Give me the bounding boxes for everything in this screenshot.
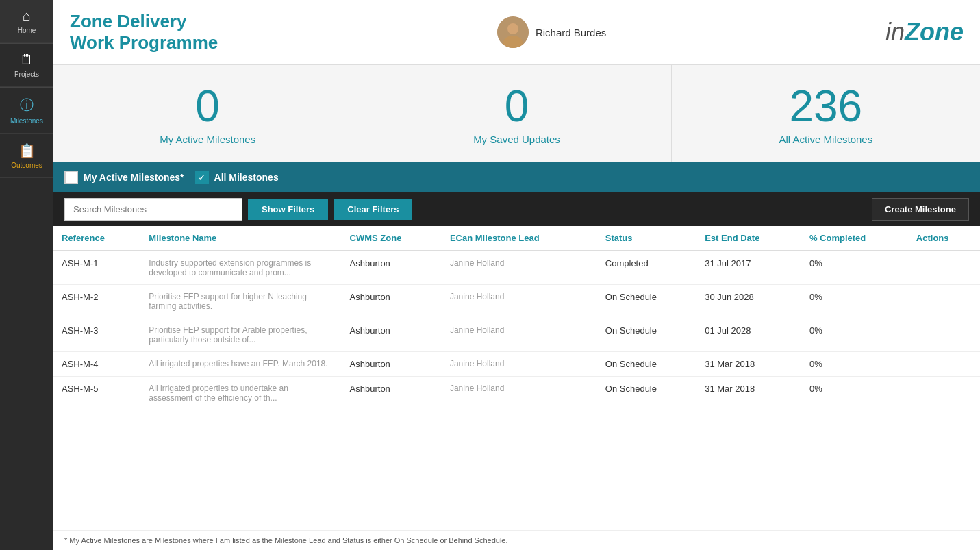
- cell-pct: 0%: [801, 251, 908, 285]
- col-pct: % Completed: [801, 226, 908, 251]
- projects-icon: 🗒: [20, 52, 34, 68]
- milestones-table: Reference Milestone Name CWMS Zone ECan …: [53, 226, 980, 410]
- clear-filters-button[interactable]: Clear Filters: [334, 199, 412, 220]
- footer-note-text: * My Active Milestones are Milestones wh…: [64, 536, 508, 545]
- cell-pct: 0%: [801, 318, 908, 352]
- cell-zone: Ashburton: [342, 285, 442, 318]
- stat-label-saved: My Saved Updates: [473, 134, 560, 145]
- footer-note: * My Active Milestones are Milestones wh…: [53, 530, 980, 550]
- cell-status: On Schedule: [597, 352, 696, 377]
- main-content: Zone Delivery Work Programme Richard Bur…: [53, 0, 980, 550]
- cell-actions: [908, 285, 980, 318]
- col-zone: CWMS Zone: [342, 226, 442, 251]
- table-row[interactable]: ASH-M-4 All irrigated properties have an…: [53, 352, 980, 377]
- user-info: Richard Burdes: [497, 16, 606, 48]
- cell-zone: Ashburton: [342, 352, 442, 377]
- title-line1: Zone Delivery: [70, 11, 187, 32]
- table-wrapper: Reference Milestone Name CWMS Zone ECan …: [53, 226, 980, 530]
- cell-actions: [908, 251, 980, 285]
- stats-row: 0 My Active Milestones 0 My Saved Update…: [53, 65, 980, 162]
- table-toolbar: My Active Milestones* ✓ All Milestones: [53, 162, 980, 192]
- milestones-icon: ⓘ: [20, 96, 34, 114]
- cell-date: 31 Mar 2018: [696, 352, 801, 377]
- sidebar: ⌂ Home 🗒 Projects ⓘ Milestones 📋 Outcome…: [0, 0, 53, 550]
- stat-label-active: My Active Milestones: [160, 134, 255, 145]
- col-reference: Reference: [53, 226, 140, 251]
- cell-name: Prioritise FEP support for higher N leac…: [140, 285, 341, 318]
- cell-status: On Schedule: [597, 285, 696, 318]
- cell-pct: 0%: [801, 352, 908, 377]
- all-milestones-checkbox[interactable]: ✓: [195, 171, 209, 184]
- header: Zone Delivery Work Programme Richard Bur…: [53, 0, 980, 65]
- home-icon: ⌂: [23, 8, 31, 24]
- logo-in: in: [885, 18, 905, 46]
- cell-zone: Ashburton: [342, 318, 442, 352]
- sidebar-item-milestones[interactable]: ⓘ Milestones: [0, 88, 53, 134]
- cell-actions: [908, 352, 980, 377]
- cell-ref: ASH-M-1: [53, 251, 140, 285]
- cell-ref: ASH-M-5: [53, 377, 140, 410]
- cell-date: 31 Jul 2017: [696, 251, 801, 285]
- table-section: My Active Milestones* ✓ All Milestones S…: [53, 162, 980, 550]
- table-row[interactable]: ASH-M-1 Industry supported extension pro…: [53, 251, 980, 285]
- my-active-label: My Active Milestones*: [84, 172, 184, 183]
- cell-lead: Janine Holland: [442, 377, 597, 410]
- sidebar-item-home[interactable]: ⌂ Home: [0, 0, 53, 43]
- cell-actions: [908, 377, 980, 410]
- sidebar-item-label-milestones: Milestones: [10, 117, 43, 125]
- cell-actions: [908, 318, 980, 352]
- cell-ref: ASH-M-3: [53, 318, 140, 352]
- col-date: Est End Date: [696, 226, 801, 251]
- all-milestones-label: All Milestones: [214, 172, 279, 183]
- cell-lead: Janine Holland: [442, 285, 597, 318]
- stat-label-all: All Active Milestones: [779, 134, 872, 145]
- col-lead: ECan Milestone Lead: [442, 226, 597, 251]
- cell-ref: ASH-M-2: [53, 285, 140, 318]
- cell-date: 01 Jul 2028: [696, 318, 801, 352]
- cell-zone: Ashburton: [342, 377, 442, 410]
- table-row[interactable]: ASH-M-3 Prioritise FEP support for Arabl…: [53, 318, 980, 352]
- outcomes-icon: 📋: [18, 142, 36, 159]
- all-milestones-toggle[interactable]: ✓ All Milestones: [195, 171, 279, 184]
- inzone-logo: inZone: [885, 18, 964, 47]
- cell-name: All irrigated properties have an FEP. Ma…: [140, 352, 341, 377]
- sidebar-item-label-home: Home: [18, 27, 36, 34]
- show-filters-button[interactable]: Show Filters: [248, 199, 328, 220]
- my-active-toggle[interactable]: My Active Milestones*: [64, 171, 184, 184]
- cell-ref: ASH-M-4: [53, 352, 140, 377]
- sidebar-item-label-outcomes: Outcomes: [11, 162, 42, 169]
- logo-zone: Zone: [905, 18, 964, 46]
- cell-lead: Janine Holland: [442, 318, 597, 352]
- table-header-row: Reference Milestone Name CWMS Zone ECan …: [53, 226, 980, 251]
- stat-card-all: 236 All Active Milestones: [672, 65, 980, 162]
- stat-card-saved: 0 My Saved Updates: [362, 65, 671, 162]
- sidebar-item-projects[interactable]: 🗒 Projects: [0, 44, 53, 87]
- cell-name: All irrigated properties to undertake an…: [140, 377, 341, 410]
- my-active-checkbox[interactable]: [64, 171, 78, 184]
- stat-number-saved: 0: [505, 84, 529, 128]
- sidebar-item-outcomes[interactable]: 📋 Outcomes: [0, 134, 53, 178]
- cell-status: Completed: [597, 251, 696, 285]
- cell-date: 30 Jun 2028: [696, 285, 801, 318]
- stat-number-active: 0: [195, 84, 220, 128]
- cell-status: On Schedule: [597, 318, 696, 352]
- cell-pct: 0%: [801, 377, 908, 410]
- search-input[interactable]: [64, 198, 242, 221]
- svg-point-1: [507, 23, 518, 34]
- table-row[interactable]: ASH-M-5 All irrigated properties to unde…: [53, 377, 980, 410]
- stat-card-active: 0 My Active Milestones: [53, 65, 362, 162]
- page-title: Zone Delivery Work Programme: [70, 11, 218, 53]
- stat-number-all: 236: [789, 84, 862, 128]
- cell-name: Industry supported extension programmes …: [140, 251, 341, 285]
- cell-lead: Janine Holland: [442, 352, 597, 377]
- table-body: ASH-M-1 Industry supported extension pro…: [53, 251, 980, 410]
- col-actions: Actions: [908, 226, 980, 251]
- cell-name: Prioritise FEP support for Arable proper…: [140, 318, 341, 352]
- table-row[interactable]: ASH-M-2 Prioritise FEP support for highe…: [53, 285, 980, 318]
- cell-zone: Ashburton: [342, 251, 442, 285]
- cell-pct: 0%: [801, 285, 908, 318]
- create-milestone-button[interactable]: Create Milestone: [872, 198, 969, 221]
- user-name: Richard Burdes: [536, 27, 606, 38]
- cell-date: 31 Mar 2018: [696, 377, 801, 410]
- cell-status: On Schedule: [597, 377, 696, 410]
